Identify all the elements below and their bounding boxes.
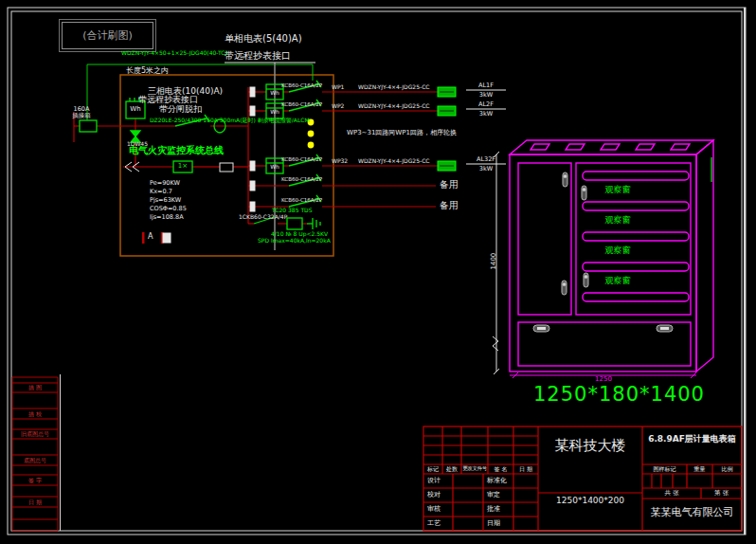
row-load-name: AL2F — [466, 101, 506, 108]
row-meter-symbol: Wh — [267, 164, 282, 170]
drawing-title: 6.8.9AF层计量电表箱 — [644, 435, 740, 444]
mark-label: 图样标记 — [642, 466, 687, 472]
strip-label: 底图总号 — [12, 458, 58, 463]
phase-mark: A — [148, 233, 153, 241]
calc-line: COSΦ=0.85 — [150, 206, 187, 212]
strip-label: 旧底图总号 — [12, 431, 58, 437]
role-label: 审核 — [427, 506, 441, 513]
role-label: 批准 — [487, 506, 500, 513]
row-breaker-label: KCB60-C16A/2P — [281, 102, 322, 108]
row-load-name: AL1F — [466, 82, 506, 89]
strip-label: 描 图 — [12, 385, 58, 390]
strip-label: 签 字 — [12, 478, 58, 483]
fire-module-label: 1× — [173, 163, 192, 170]
spare-label: 备用 — [440, 180, 459, 190]
rev-header: 签 名 — [488, 466, 513, 472]
role-label: 审定 — [487, 492, 500, 499]
spd-breaker: 1CKB60-C32A/4P — [239, 214, 287, 220]
box-size: 1250*1400*200 — [540, 497, 640, 505]
row-cable-label: WDZN-YJY-4×4-JDG25-CC — [358, 84, 430, 90]
cabinet-size-summary: 1250*180*1400 — [533, 385, 675, 405]
row-cable-label: WDZN-YJY-4×4-JDG25-CC — [358, 158, 430, 164]
role-label: 设计 — [427, 478, 441, 484]
project-name: 某科技大楼 — [540, 439, 640, 453]
calc-line: Pe=90KW — [150, 180, 180, 187]
row-breaker-label: KCB60-C16A/2P — [281, 157, 322, 163]
row-load-power: 3kW — [466, 166, 506, 172]
remote-port-main-label: 带远程抄表接口 — [138, 96, 198, 104]
role-label: 标准化 — [487, 478, 507, 484]
fire-bus-label: 电气火灾监控系统总线 — [129, 146, 224, 155]
sheet-page-label: 第 张 — [701, 490, 742, 497]
rev-header: 更改文件号 — [461, 466, 488, 472]
row-load-power: 3kW — [466, 111, 506, 118]
wp-note: WP3~31回路同WP1回路，相序轮换 — [347, 130, 457, 136]
sheet-total-label: 共 张 — [642, 490, 701, 497]
row-breaker-label: KCB60-C16A/2P — [281, 177, 322, 183]
row-breaker-label: KCB60-C16A/2P — [281, 83, 322, 89]
shunt-trip-note: 带分闸脱扣 — [159, 105, 202, 114]
rev-header: 处数 — [442, 466, 461, 472]
tap-box-name: 插接箱 — [66, 113, 97, 119]
window-label: 观察窗 — [597, 277, 639, 285]
rev-header: 标记 — [423, 466, 442, 472]
incoming-cable-label: WDZN-YJY-4×50+1×25-JDG40(40-TC) — [121, 50, 227, 56]
row-circuit-label: WP2 — [332, 103, 344, 109]
calc-line: Ijs=108.8A — [150, 214, 184, 221]
left-strip-grid — [12, 377, 58, 531]
role-label: 日期 — [487, 520, 500, 527]
row-load-power: 3kW — [466, 92, 506, 99]
row-meter-symbol: Wh — [267, 90, 282, 96]
row-breaker-label: KCB60-C16A/2P — [281, 198, 322, 204]
row-cable-label: WDZN-YJY-4×4-JDG25-CC — [358, 103, 430, 109]
cabinet-width-dim: 1250 — [584, 376, 623, 383]
spd-note2: SPD Imax=40kA,In=20kA — [258, 238, 331, 244]
single-meter-label: 单相电表(5(40)A) — [225, 34, 302, 44]
cabinet-height-dim: 1400 — [491, 245, 497, 270]
stamp-label: (合计刷图) — [82, 30, 133, 41]
cabinet-drawing — [510, 140, 713, 378]
row-circuit-label: WP1 — [332, 84, 344, 90]
strip-label: 日 期 — [12, 499, 58, 505]
row-meter-symbol: Wh — [267, 109, 282, 115]
strip-label: 描 校 — [12, 411, 58, 417]
window-label: 观察窗 — [597, 246, 639, 255]
calc-line: Kx=0.7 — [150, 189, 172, 195]
spare-label: 备用 — [440, 201, 459, 210]
ellipsis-dots — [308, 119, 315, 149]
main-breaker-spec: DZ20LE-250/4300 160A 300mA(延时) 剩余电流报警/AL… — [150, 118, 310, 123]
row-load-name: AL32F — [466, 156, 506, 163]
drawing-sheet: (合计刷图) 单相电表(5(40)A) 带远程抄表接口 WDZN-YJY-4×5… — [0, 0, 756, 544]
role-label: 校对 — [427, 492, 441, 499]
window-label: 观察窗 — [597, 216, 639, 225]
row-circuit-label: WP32 — [332, 158, 348, 164]
window-label: 观察窗 — [597, 186, 639, 194]
remote-port-top-label: 带远程抄表接口 — [225, 51, 291, 61]
role-label: 工艺 — [427, 520, 441, 527]
main-meter-symbol: Wh — [126, 106, 145, 113]
length-note: 长度5米之内 — [126, 67, 169, 75]
stamp-box: (合计刷图) — [62, 22, 153, 49]
company-name: 某某电气有限公司 — [644, 507, 740, 517]
scale-label: 比例 — [712, 466, 742, 472]
calc-line: Pjs=63KW — [150, 197, 181, 204]
weight-label: 重量 — [687, 466, 712, 472]
linework — [0, 0, 756, 544]
rev-header: 日 期 — [513, 466, 538, 472]
